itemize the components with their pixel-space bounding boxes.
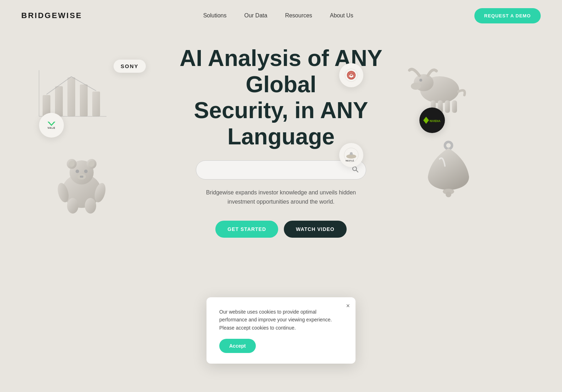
svg-point-28 xyxy=(69,161,75,167)
bear-3d-decoration xyxy=(50,148,114,216)
navigation: BRIDGEWISE Solutions Our Data Resources … xyxy=(0,0,562,31)
logo: BRIDGEWISE xyxy=(21,11,82,20)
get-started-button[interactable]: GET STARTED xyxy=(215,221,278,238)
vale-badge: VALE xyxy=(39,113,64,138)
sony-label: SONY xyxy=(121,63,139,69)
cookie-text: Our website uses cookies to provide opti… xyxy=(219,308,343,332)
bell-3d-decoration xyxy=(420,138,477,201)
nvidia-badge: NVIDIA xyxy=(419,107,445,133)
svg-point-17 xyxy=(419,79,422,82)
cookie-banner: × Our website uses cookies to provide op… xyxy=(206,297,356,364)
hero-subtitle: Bridgewise expands investor knowledge an… xyxy=(199,188,363,206)
svg-line-43 xyxy=(356,170,358,172)
svg-point-31 xyxy=(84,170,88,173)
svg-text:NVIDIA: NVIDIA xyxy=(430,119,441,123)
svg-rect-4 xyxy=(92,92,100,116)
svg-point-34 xyxy=(81,176,83,178)
svg-marker-7 xyxy=(48,122,55,126)
svg-point-41 xyxy=(446,192,451,197)
hero-title: AI Analysis of ANY Global Security, in A… xyxy=(143,45,419,150)
sony-badge: SONY xyxy=(114,60,146,73)
svg-point-29 xyxy=(89,161,94,167)
search-bar[interactable] xyxy=(196,160,366,180)
vale-label: VALE xyxy=(48,127,55,129)
svg-rect-2 xyxy=(67,77,75,116)
hero-cta-group: GET STARTED WATCH VIDEO xyxy=(215,221,347,238)
svg-point-35 xyxy=(67,198,78,214)
request-demo-button[interactable]: REQUEST A DEMO xyxy=(474,8,541,23)
svg-marker-18 xyxy=(423,117,429,124)
svg-point-30 xyxy=(76,170,79,173)
hero-section: SONY VALE xyxy=(0,31,562,252)
svg-point-39 xyxy=(445,142,452,149)
nestle-badge: NESTLÉ xyxy=(339,143,363,167)
nav-about-us[interactable]: About Us xyxy=(330,12,353,19)
watch-video-button[interactable]: WATCH VIDEO xyxy=(284,221,347,238)
svg-rect-14 xyxy=(445,100,450,113)
nav-solutions[interactable]: Solutions xyxy=(203,12,227,19)
bull-3d-decoration xyxy=(402,53,473,116)
nav-links: Solutions Our Data Resources About Us xyxy=(203,12,353,19)
svg-rect-3 xyxy=(80,84,88,116)
svg-point-16 xyxy=(411,83,421,90)
search-input[interactable] xyxy=(203,167,352,173)
svg-rect-15 xyxy=(452,100,457,113)
svg-rect-1 xyxy=(55,86,63,116)
svg-text:NESTLÉ: NESTLÉ xyxy=(346,159,354,162)
svg-point-9 xyxy=(351,74,352,76)
nav-our-data[interactable]: Our Data xyxy=(244,12,267,19)
fingerprint-badge xyxy=(339,63,363,87)
svg-point-22 xyxy=(350,152,353,155)
cookie-close-button[interactable]: × xyxy=(346,302,350,310)
nav-resources[interactable]: Resources xyxy=(285,12,312,19)
cookie-accept-button[interactable]: Accept xyxy=(219,339,256,353)
svg-point-36 xyxy=(85,198,96,214)
